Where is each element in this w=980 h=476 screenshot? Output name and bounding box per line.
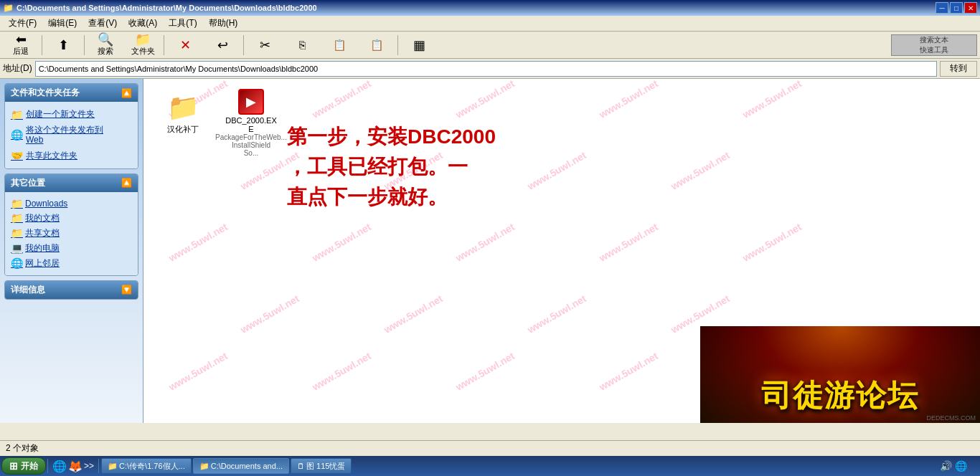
undo-icon: ↩	[217, 39, 228, 52]
toolbar-right-panel: 搜索文本快速工具	[891, 34, 977, 56]
tasks-section-header[interactable]: 文件和文件夹任务 🔼	[5, 84, 138, 102]
start-button[interactable]: ⊞ 开始	[1, 457, 46, 475]
details-collapse-icon: 🔽	[121, 285, 132, 295]
title-icon: 📁	[3, 3, 14, 13]
back-label: 后退	[13, 46, 29, 57]
paste2-button[interactable]: 📋	[359, 33, 395, 57]
mydocs-label: 我的文档	[25, 212, 60, 224]
share-icon: 🤝	[11, 150, 23, 161]
folders-label: 文件夹	[131, 46, 155, 57]
other-item-mydocs[interactable]: 📁 我的文档	[11, 211, 132, 226]
up-button[interactable]: ⬆	[45, 33, 81, 57]
annotation-text: 第一步，安装DBC2000 ，工具已经打包。一 直点下一步就好。	[287, 122, 496, 212]
taskbar-btn-3[interactable]: 🗒 图 115忧蛋	[291, 458, 352, 474]
taskbar-btn-1-icon: 📁	[108, 462, 118, 471]
toolbar-separator	[42, 35, 42, 55]
toolbar-separator-5	[397, 35, 398, 55]
toolbar-separator-2	[84, 35, 85, 55]
tray-icon-sound[interactable]: 🔊	[940, 460, 952, 472]
back-button[interactable]: ⬅ 后退	[3, 33, 39, 57]
watermark-9: www.5uwl.net	[669, 149, 732, 192]
watermark-15: www.5uwl.net	[238, 292, 301, 335]
taskbar-btn-1-label: C:\传奇\1.76假人...	[119, 461, 185, 472]
copy-icon: ⎘	[299, 39, 306, 50]
window-controls: ─ □ ✕	[936, 2, 977, 14]
start-label: 开始	[21, 460, 38, 472]
delete-button[interactable]: ✕	[167, 33, 203, 57]
watermark-16: www.5uwl.net	[382, 292, 445, 335]
menu-view[interactable]: 查看(V)	[83, 16, 123, 31]
other-section-header[interactable]: 其它位置 🔼	[5, 174, 138, 192]
status-bar: 2 个对象	[0, 440, 980, 456]
watermark-5: www.5uwl.net	[740, 79, 804, 120]
tasks-collapse-icon: 🔼	[121, 88, 132, 98]
ql-icon-1[interactable]: 🌐	[52, 460, 67, 473]
other-item-downloads[interactable]: 📁 Downloads	[11, 196, 132, 211]
folder-label: 汉化补丁	[167, 124, 199, 135]
ql-more[interactable]: >>	[84, 461, 94, 471]
file-item-folder[interactable]: 📁 汉化补丁	[154, 90, 212, 138]
annotation-line1: 第一步，安装DBC2000	[287, 122, 496, 152]
taskbar-btn-1[interactable]: 📁 C:\传奇\1.76假人...	[101, 458, 192, 474]
go-button[interactable]: 转到	[940, 61, 977, 77]
watermark-22: www.5uwl.net	[597, 350, 660, 393]
folders-button[interactable]: 📁 文件夹	[125, 33, 161, 57]
new-folder-icon: 📁	[11, 109, 23, 120]
copy-button[interactable]: ⎘	[284, 33, 320, 57]
back-icon: ⬅	[16, 33, 27, 46]
folder-icon: 📁	[167, 92, 199, 123]
close-button[interactable]: ✕	[964, 2, 977, 14]
sidebar-link-new-folder[interactable]: 📁 创建一个新文件夹	[11, 106, 132, 123]
other-collapse-icon: 🔼	[121, 178, 132, 188]
taskbar-tray: 🔊 🌐	[940, 460, 979, 472]
tasks-section: 文件和文件夹任务 🔼 📁 创建一个新文件夹 🌐 将这个文件夹发布到Web 🤝 共…	[4, 83, 138, 169]
minimize-button[interactable]: ─	[936, 2, 948, 14]
taskbar-btn-3-icon: 🗒	[297, 462, 305, 470]
menu-tools[interactable]: 工具(T)	[163, 16, 202, 31]
menu-help[interactable]: 帮助(H)	[203, 16, 244, 31]
annotation-line2: ，工具已经打包。一	[287, 152, 496, 182]
address-bar: 地址(D) C:\Documents and Settings\Administ…	[0, 59, 980, 79]
views-button[interactable]: ▦	[401, 33, 437, 57]
main-area: 文件和文件夹任务 🔼 📁 创建一个新文件夹 🌐 将这个文件夹发布到Web 🤝 共…	[0, 79, 980, 423]
details-header[interactable]: 详细信息 🔽	[5, 281, 138, 299]
undo-button[interactable]: ↩	[204, 33, 240, 57]
other-item-shared[interactable]: 📁 共享文档	[11, 226, 132, 241]
toolbar-separator-4	[243, 35, 244, 55]
network-icon: 🌐	[11, 257, 22, 269]
cut-button[interactable]: ✂	[247, 33, 283, 57]
tasks-content: 📁 创建一个新文件夹 🌐 将这个文件夹发布到Web 🤝 共享此文件夹	[5, 102, 138, 168]
taskbar-btn-2[interactable]: 📁 C:\Documents and...	[193, 458, 289, 474]
taskbar-btn-3-label: 图 115忧蛋	[306, 461, 345, 472]
other-item-network[interactable]: 🌐 网上邻居	[11, 256, 132, 271]
other-content: 📁 Downloads 📁 我的文档 📁 共享文档 💻 我的电脑 🌐	[5, 192, 138, 275]
taskbar-btn-2-icon: 📁	[199, 462, 209, 471]
details-title: 详细信息	[11, 284, 45, 296]
maximize-button[interactable]: □	[950, 2, 963, 14]
menu-edit[interactable]: 编辑(E)	[42, 16, 83, 31]
file-item-exe[interactable]: ▶ DBC_2000.EXE PackageForTheWeb... Insta…	[222, 86, 280, 160]
tasks-title: 文件和文件夹任务	[11, 87, 80, 99]
quick-launch: 🌐 🦊 >>	[50, 460, 97, 473]
exe-sublabel2: InstallShield So...	[225, 141, 277, 157]
search-button[interactable]: 🔍 搜索	[88, 33, 123, 57]
mycomputer-label: 我的电脑	[25, 242, 60, 254]
sidebar-link-share[interactable]: 🤝 共享此文件夹	[11, 148, 132, 164]
details-section: 详细信息 🔽	[4, 280, 138, 300]
watermark-21: www.5uwl.net	[453, 350, 517, 393]
tray-icon-network[interactable]: 🌐	[955, 460, 967, 472]
taskbar-btn-2-label: C:\Documents and...	[211, 462, 283, 470]
watermark-3: www.5uwl.net	[453, 79, 517, 120]
watermark-12: www.5uwl.net	[453, 221, 517, 264]
watermark-11: www.5uwl.net	[310, 221, 373, 264]
ql-icon-2[interactable]: 🦊	[68, 460, 83, 473]
menu-file[interactable]: 文件(F)	[3, 16, 42, 31]
paste-icon: 📋	[333, 39, 347, 50]
watermark-4: www.5uwl.net	[597, 79, 660, 120]
other-item-mycomputer[interactable]: 💻 我的电脑	[11, 241, 132, 256]
taskbar: ⊞ 开始 🌐 🦊 >> 📁 C:\传奇\1.76假人... 📁 C:\Docum…	[0, 456, 980, 476]
network-label: 网上邻居	[25, 257, 60, 270]
sidebar-link-publish[interactable]: 🌐 将这个文件夹发布到Web	[11, 123, 132, 148]
menu-favorites[interactable]: 收藏(A)	[123, 16, 163, 31]
paste-button[interactable]: 📋	[321, 33, 357, 57]
